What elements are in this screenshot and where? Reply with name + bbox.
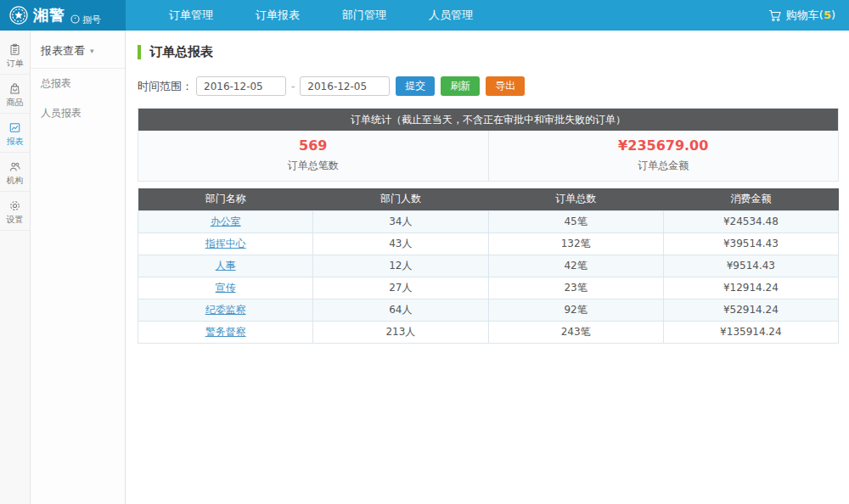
brand-subtitle: 捌号 xyxy=(70,14,101,25)
table-cell: 43人 xyxy=(313,232,488,255)
sidebar-item-organization[interactable]: 机构 xyxy=(0,153,30,192)
brand-name: 湘警 xyxy=(33,8,65,23)
police-badge-icon xyxy=(8,5,29,25)
stat-value: 569 xyxy=(138,139,488,153)
refresh-button[interactable]: 刷新 xyxy=(441,76,480,96)
department-link[interactable]: 指挥中心 xyxy=(205,238,246,249)
nav-item-personnel-management[interactable]: 人员管理 xyxy=(408,0,494,31)
date-from-input[interactable] xyxy=(196,76,286,96)
table-cell: 64人 xyxy=(313,299,488,321)
cart-icon xyxy=(768,9,782,22)
column-header-order-count: 订单总数 xyxy=(488,188,663,210)
page-title: 订单总报表 xyxy=(149,44,213,60)
panel-title: 报表查看 xyxy=(41,43,85,59)
report-table-body: 办公室34人45笔¥24534.48指挥中心43人132笔¥39514.43人事… xyxy=(138,210,839,343)
stat-total-orders: 569 订单总笔数 xyxy=(138,131,488,181)
column-header-headcount: 部门人数 xyxy=(313,188,488,210)
table-cell: ¥135914.24 xyxy=(663,321,838,343)
department-link[interactable]: 纪委监察 xyxy=(205,304,246,316)
main-content: 订单总报表 时间范围： - 提交 刷新 导出 订单统计（截止至当天，不含正在审批… xyxy=(126,44,849,344)
title-accent-bar xyxy=(138,45,141,59)
table-cell: 243笔 xyxy=(488,321,663,343)
column-header-department: 部门名称 xyxy=(138,188,313,210)
table-cell: 23笔 xyxy=(488,277,663,299)
table-cell: 42笔 xyxy=(488,255,663,277)
nav-item-order-reports[interactable]: 订单报表 xyxy=(234,0,321,31)
department-cell: 办公室 xyxy=(138,210,313,232)
department-cell: 指挥中心 xyxy=(138,232,313,255)
department-cell: 纪委监察 xyxy=(138,299,313,321)
sidebar-item-products[interactable]: 商品 xyxy=(0,75,30,114)
department-link[interactable]: 宣传 xyxy=(216,282,236,294)
table-row: 宣传27人23笔¥12914.24 xyxy=(138,277,839,299)
sidebar-item-label: 机构 xyxy=(7,176,24,185)
department-link[interactable]: 警务督察 xyxy=(205,326,246,338)
stat-label: 订单总金额 xyxy=(489,159,839,173)
department-cell: 人事 xyxy=(138,255,313,277)
top-navbar: 湘警 捌号 订单管理 订单报表 部门管理 人员管理 购物车(5) xyxy=(0,0,849,31)
clipboard-icon xyxy=(8,43,21,56)
table-cell: ¥52914.24 xyxy=(663,299,838,321)
department-cell: 宣传 xyxy=(138,277,313,299)
table-cell: ¥9514.43 xyxy=(663,255,838,277)
cart-count: 5 xyxy=(824,8,831,21)
export-button[interactable]: 导出 xyxy=(486,76,525,96)
table-cell: 92笔 xyxy=(488,299,663,321)
table-row: 警务督察213人243笔¥135914.24 xyxy=(138,321,839,343)
table-row: 指挥中心43人132笔¥39514.43 xyxy=(138,232,839,255)
stat-label: 订单总笔数 xyxy=(138,159,488,173)
brand-sub-icon xyxy=(70,14,81,25)
table-cell: 27人 xyxy=(313,277,488,299)
date-separator: - xyxy=(291,81,295,92)
cart-button[interactable]: 购物车(5) xyxy=(768,0,849,31)
sidebar-item-reports[interactable]: 报表 xyxy=(0,114,30,153)
nav-item-order-management[interactable]: 订单管理 xyxy=(148,0,234,31)
department-report-table: 部门名称 部门人数 订单总数 消费金额 办公室34人45笔¥24534.48指挥… xyxy=(138,188,839,344)
table-row: 办公室34人45笔¥24534.48 xyxy=(138,210,839,232)
table-header-row: 部门名称 部门人数 订单总数 消费金额 xyxy=(138,188,839,210)
table-cell: 132笔 xyxy=(488,232,663,255)
people-icon xyxy=(8,160,21,173)
stat-total-amount: ¥235679.00 订单总金额 xyxy=(488,131,839,181)
submit-button[interactable]: 提交 xyxy=(396,76,435,96)
sidebar-item-label: 设置 xyxy=(7,216,24,224)
table-cell: 12人 xyxy=(313,255,488,277)
order-stats-panel: 订单统计（截止至当天，不含正在审批中和审批失败的订单） 569 订单总笔数 ¥2… xyxy=(138,108,839,182)
date-filter-row: 时间范围： - 提交 刷新 导出 xyxy=(138,76,839,96)
sidebar-item-settings[interactable]: 设置 xyxy=(0,192,30,231)
sidebar-item-label: 报表 xyxy=(7,137,24,146)
table-cell: ¥24534.48 xyxy=(663,210,838,232)
table-cell: ¥12914.24 xyxy=(663,277,838,299)
department-link[interactable]: 办公室 xyxy=(211,216,241,227)
report-view-panel: 报表查看 ▾ 总报表 人员报表 xyxy=(31,31,126,504)
cart-label: 购物车(5) xyxy=(786,8,835,23)
department-cell: 警务督察 xyxy=(138,321,313,343)
table-cell: 45笔 xyxy=(488,210,663,232)
bag-icon xyxy=(8,82,21,95)
column-header-amount: 消费金额 xyxy=(663,188,838,210)
date-to-input[interactable] xyxy=(300,76,390,96)
top-nav-menu: 订单管理 订单报表 部门管理 人员管理 xyxy=(148,0,494,31)
sidebar-icon-rail: 订单 商品 报表 机构 xyxy=(0,31,31,504)
panel-item-total-report[interactable]: 总报表 xyxy=(31,69,125,98)
chevron-down-icon: ▾ xyxy=(90,47,94,55)
brand-sub-text: 捌号 xyxy=(82,15,101,25)
sidebar-item-label: 商品 xyxy=(7,98,24,107)
gear-icon xyxy=(8,199,21,212)
sidebar-item-orders[interactable]: 订单 xyxy=(0,36,30,75)
panel-item-personnel-report[interactable]: 人员报表 xyxy=(31,98,125,128)
table-cell: 213人 xyxy=(313,321,488,343)
panel-header-report-view[interactable]: 报表查看 ▾ xyxy=(31,31,125,69)
page-title-row: 订单总报表 xyxy=(138,44,839,60)
chart-icon xyxy=(8,121,21,134)
stats-body: 569 订单总笔数 ¥235679.00 订单总金额 xyxy=(138,131,838,181)
date-range-label: 时间范围： xyxy=(138,79,193,94)
brand-logo[interactable]: 湘警 捌号 xyxy=(0,0,126,31)
table-cell: 34人 xyxy=(313,210,488,232)
table-row: 人事12人42笔¥9514.43 xyxy=(138,255,839,277)
table-cell: ¥39514.43 xyxy=(663,232,838,255)
nav-item-department-management[interactable]: 部门管理 xyxy=(321,0,408,31)
stats-header: 订单统计（截止至当天，不含正在审批中和审批失败的订单） xyxy=(138,109,838,131)
department-link[interactable]: 人事 xyxy=(216,260,236,272)
sidebar-item-label: 订单 xyxy=(7,59,24,68)
